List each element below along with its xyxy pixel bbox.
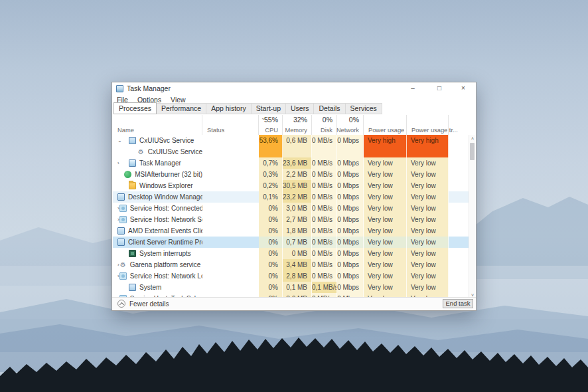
chevron-right-icon[interactable]: › — [113, 157, 129, 169]
tab-performance[interactable]: Performance — [157, 103, 206, 114]
disk-cell: 0 MB/s — [312, 203, 337, 214]
network-cell: 0 Mbps — [337, 237, 364, 248]
title-bar[interactable]: Task Manager – □ × — [112, 82, 476, 94]
memory-cell: 0,6 MB — [283, 135, 312, 157]
chevron-right-icon[interactable]: › — [113, 203, 119, 214]
window-icon — [129, 284, 136, 291]
process-name: Service Host: Network Service — [130, 214, 202, 225]
status-cell — [202, 180, 259, 191]
tab-strip: ProcessesPerformanceApp historyStart-upU… — [113, 104, 476, 114]
cpu-cell: 0% — [259, 237, 283, 248]
cpu-cell: 0% — [259, 225, 283, 237]
disk-cell: 0 MB/s — [312, 180, 337, 191]
fewer-details-toggle[interactable]: Fewer details — [117, 300, 169, 308]
status-cell — [202, 191, 259, 203]
tab-services[interactable]: Services — [346, 103, 382, 114]
process-row[interactable]: ›Service Host: Connected Device...0%3,0 … — [113, 203, 469, 214]
disk-cell: 0 MB/s — [312, 248, 337, 259]
fewer-details-label: Fewer details — [129, 300, 169, 308]
power-trend-cell: Very low — [407, 270, 449, 282]
chevron-right-icon[interactable]: › — [113, 270, 119, 282]
process-row[interactable]: Windows Explorer0,2%30,5 MB0 MB/s0 MbpsV… — [113, 180, 469, 191]
memory-cell: 23,6 MB — [283, 157, 312, 169]
process-name-cell: AMD External Events Client Mo... — [113, 225, 202, 237]
column-header-network[interactable]: 0% Network — [337, 115, 364, 135]
column-header-power-usage-trend[interactable]: Power usage tr... — [407, 115, 449, 135]
process-name: CxUIUSvc Service — [148, 146, 202, 157]
process-row[interactable]: ⌄CxUIUSvc Service53,6%0,6 MB0 MB/s0 Mbps… — [113, 135, 469, 146]
disk-cell: 0 MB/s — [312, 169, 337, 180]
process-name-cell: Client Server Runtime Process — [113, 237, 202, 248]
table-header: Name Status ⌄ 55% CPU 32% Memory 0% Disk… — [113, 115, 449, 135]
process-name: Client Server Runtime Process — [128, 237, 202, 248]
disk-cell: 0 MB/s — [312, 214, 337, 225]
disk-cell: 0 MB/s — [312, 191, 337, 203]
process-row[interactable]: ›⚙Garena platform service (32 bit)0%3,4 … — [113, 259, 469, 270]
process-row[interactable]: MSIAfterburner (32 bit)0,3%2,2 MB0 MB/s0… — [113, 169, 469, 180]
tab-details[interactable]: Details — [314, 103, 345, 114]
power-usage-cell: Very low — [364, 169, 407, 180]
scrollbar-thumb[interactable] — [470, 143, 475, 160]
memory-cell: 0,7 MB — [283, 237, 312, 248]
process-row[interactable]: AMD External Events Client Mo...0%1,8 MB… — [113, 225, 469, 237]
cpu-cell: 0,3% — [259, 169, 283, 180]
task-manager-window: Task Manager – □ × FileOptionsView Proce… — [111, 82, 477, 311]
power-trend-cell: Very low — [407, 225, 449, 237]
end-task-button[interactable]: End task — [443, 299, 473, 308]
power-usage-cell: Very low — [364, 237, 407, 248]
tab-users[interactable]: Users — [286, 103, 314, 114]
process-name-cell: ›⚙Garena platform service (32 bit) — [113, 259, 202, 270]
scroll-up-icon[interactable]: ˄ — [469, 135, 476, 142]
chevron-right-icon[interactable]: › — [113, 214, 119, 225]
column-header-memory[interactable]: 32% Memory — [283, 115, 312, 135]
column-header-disk[interactable]: 0% Disk — [312, 115, 337, 135]
tab-app-history[interactable]: App history — [206, 103, 252, 114]
disk-cell: 0 MB/s — [312, 270, 337, 282]
tab-start-up[interactable]: Start-up — [252, 103, 286, 114]
process-row[interactable]: Client Server Runtime Process0%0,7 MB0 M… — [113, 237, 469, 248]
power-usage-cell: Very low — [364, 282, 407, 293]
column-header-cpu[interactable]: ⌄ 55% CPU — [259, 115, 283, 135]
cpu-total: 55% — [264, 116, 278, 124]
memory-cell: 1,8 MB — [283, 225, 312, 237]
status-cell — [202, 135, 259, 146]
column-header-power-usage[interactable]: Power usage — [364, 115, 407, 135]
cpu-cell: 53,6% — [259, 135, 283, 157]
process-row[interactable]: System interrupts0%0 MB0 MB/s0 MbpsVery … — [113, 248, 469, 259]
maximize-button[interactable]: □ — [429, 82, 449, 94]
network-cell: 0 Mbps — [337, 203, 364, 214]
column-header-name[interactable]: Name — [113, 115, 202, 135]
menu-item-view[interactable]: View — [171, 96, 186, 104]
process-row[interactable]: Desktop Window Manager0,1%23,2 MB0 MB/s0… — [113, 191, 469, 203]
chevron-right-icon[interactable]: › — [113, 259, 119, 270]
column-header-status[interactable]: Status — [202, 115, 259, 135]
chevron-down-icon[interactable]: ⌄ — [113, 135, 129, 146]
memory-cell: 0,1 MB — [283, 282, 312, 293]
process-name-cell: System interrupts — [113, 248, 202, 259]
gear-icon: ⚙ — [137, 148, 145, 155]
network-cell: 0 Mbps — [337, 259, 364, 270]
disk-total: 0% — [323, 116, 332, 124]
process-name: System interrupts — [139, 248, 191, 259]
process-row[interactable]: ›Task Manager0,7%23,6 MB0 MB/s0 MbpsVery… — [113, 157, 469, 169]
minimize-button[interactable]: – — [403, 82, 423, 94]
power-usage-cell: Very low — [364, 259, 407, 270]
disk-cell: 0 MB/s — [312, 225, 337, 237]
close-button[interactable]: × — [453, 82, 473, 94]
cpu-cell: 0% — [259, 203, 283, 214]
process-row[interactable]: ›Service Host: Network Service0%2,7 MB0 … — [113, 214, 469, 225]
process-name-cell: ⚙CxUIUSvc Service — [113, 146, 202, 157]
process-row[interactable]: ›Service Host: Network Location ...0%2,8… — [113, 270, 469, 282]
vertical-scrollbar[interactable]: ˄ ˅ — [469, 135, 475, 299]
tab-processes[interactable]: Processes — [113, 102, 157, 114]
process-name: MSIAfterburner (32 bit) — [135, 169, 202, 180]
status-cell — [202, 225, 259, 237]
status-cell — [202, 282, 259, 293]
power-trend-cell: Very low — [407, 169, 449, 180]
power-usage-cell: Very low — [364, 203, 407, 214]
window-icon — [117, 227, 125, 235]
chip-icon — [129, 250, 136, 257]
memory-total: 32% — [293, 116, 307, 124]
process-row[interactable]: System0%0,1 MB0,1 MB/s0 MbpsVery lowVery… — [113, 282, 469, 293]
service-icon — [119, 205, 127, 212]
